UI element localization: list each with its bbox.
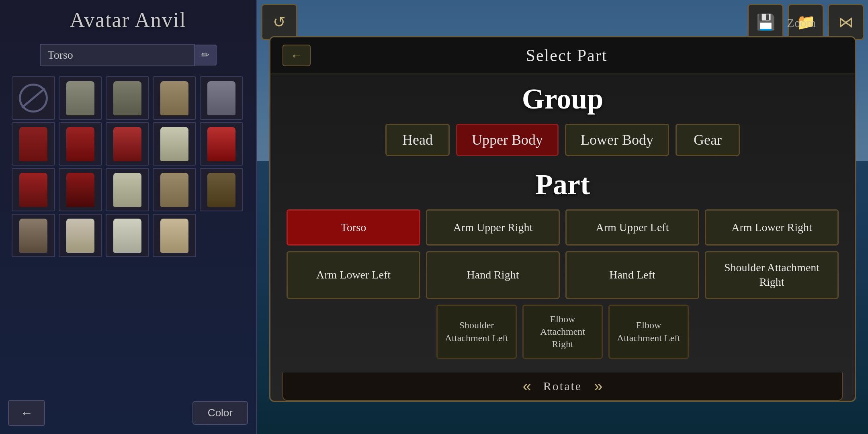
torso-item (19, 173, 47, 207)
list-item[interactable] (153, 168, 196, 211)
torso-item (113, 173, 141, 207)
torso-item (207, 173, 235, 207)
group-buttons: Head Upper Body Lower Body Gear (385, 124, 740, 156)
zoom-label: Zoom (787, 16, 816, 30)
list-item[interactable] (12, 76, 55, 120)
list-item[interactable] (200, 168, 243, 211)
part-btn-hand-right[interactable]: Hand Right (426, 251, 560, 299)
torso-item (207, 81, 235, 115)
select-part-dialog: ← Select Part Group Head Upper Body Lowe… (269, 36, 856, 402)
center-panel: ↺ Zoom 💾 📁 ⋈ ← Select Part Group Head Up… (257, 0, 868, 434)
back-button[interactable]: ← (8, 400, 45, 426)
list-item[interactable] (106, 122, 149, 166)
search-bar: ✏ (40, 44, 217, 66)
list-item[interactable] (59, 168, 102, 211)
part-btn-elbow-attachment-left[interactable]: Elbow Attachment Left (608, 305, 689, 359)
torso-item (66, 219, 94, 253)
part-btn-shoulder-attachment-left[interactable]: Shoulder Attachment Left (436, 305, 517, 359)
toolbar-right: Zoom 💾 📁 ⋈ (747, 4, 864, 40)
items-grid (12, 76, 245, 257)
rotate-bar: « Rotate » (283, 373, 843, 401)
list-item[interactable] (153, 214, 196, 257)
top-toolbar: ↺ (261, 4, 297, 40)
torso-item (19, 127, 47, 161)
dialog-back-button[interactable]: ← (283, 45, 311, 66)
part-btn-arm-lower-right[interactable]: Arm Lower Right (705, 209, 839, 246)
list-item[interactable] (12, 214, 55, 257)
list-item[interactable] (106, 76, 149, 120)
torso-item (207, 127, 235, 161)
edit-button[interactable]: ✏ (195, 45, 217, 66)
rotate-label: Rotate (543, 379, 582, 393)
part-btn-torso[interactable]: Torso (287, 209, 420, 246)
torso-item (66, 81, 94, 115)
list-item[interactable] (106, 214, 149, 257)
part-title: Part (535, 168, 590, 201)
torso-item (160, 127, 188, 161)
part-btn-arm-upper-right[interactable]: Arm Upper Right (426, 209, 560, 246)
torso-item (66, 173, 94, 207)
rotate-next-button[interactable]: » (594, 378, 602, 395)
app-title: Avatar Anvil (70, 8, 186, 32)
part-btn-arm-lower-left[interactable]: Arm Lower Left (287, 251, 420, 299)
group-title: Group (522, 82, 604, 116)
group-btn-upper-body[interactable]: Upper Body (456, 124, 559, 156)
list-item[interactable] (200, 122, 243, 166)
part-btn-elbow-attachment-right[interactable]: Elbow Attachment Right (522, 305, 603, 359)
dialog-header: ← Select Part (270, 37, 855, 74)
group-btn-gear[interactable]: Gear (676, 124, 740, 156)
left-panel: Avatar Anvil ✏ (0, 0, 257, 434)
part-btn-arm-upper-left[interactable]: Arm Upper Left (565, 209, 699, 246)
list-item[interactable] (59, 122, 102, 166)
rotate-prev-button[interactable]: « (523, 378, 531, 395)
torso-item (160, 173, 188, 207)
torso-item (19, 219, 47, 253)
parts-row-1: Torso Arm Upper Right Arm Upper Left Arm… (287, 209, 839, 246)
list-item[interactable] (153, 76, 196, 120)
dialog-title: Select Part (323, 46, 811, 65)
color-button[interactable]: Color (192, 401, 248, 425)
part-btn-shoulder-attachment-right[interactable]: Shoulder Attachment Right (705, 251, 839, 299)
list-item[interactable] (59, 214, 102, 257)
dialog-content: Group Head Upper Body Lower Body Gear Pa… (270, 74, 855, 401)
undo-button[interactable]: ↺ (261, 4, 297, 40)
no-item-icon (19, 84, 48, 113)
part-btn-hand-left[interactable]: Hand Left (565, 251, 699, 299)
search-input[interactable] (40, 44, 195, 66)
group-btn-head[interactable]: Head (385, 124, 450, 156)
list-item[interactable] (153, 122, 196, 166)
list-item[interactable] (12, 122, 55, 166)
torso-item (113, 219, 141, 253)
group-btn-lower-body[interactable]: Lower Body (565, 124, 669, 156)
torso-item (66, 127, 94, 161)
torso-item (160, 219, 188, 253)
list-item[interactable] (106, 168, 149, 211)
share-button[interactable]: ⋈ (828, 4, 864, 40)
parts-row-2: Arm Lower Left Hand Right Hand Left Shou… (287, 251, 839, 299)
torso-item (113, 81, 141, 115)
list-item[interactable] (12, 168, 55, 211)
list-item[interactable] (200, 76, 243, 120)
parts-row-3: Shoulder Attachment Left Elbow Attachmen… (436, 305, 689, 359)
bottom-bar: ← Color (8, 400, 248, 426)
save-button[interactable]: 💾 (747, 4, 784, 40)
torso-item (113, 127, 141, 161)
list-item[interactable] (59, 76, 102, 120)
torso-item (160, 81, 188, 115)
